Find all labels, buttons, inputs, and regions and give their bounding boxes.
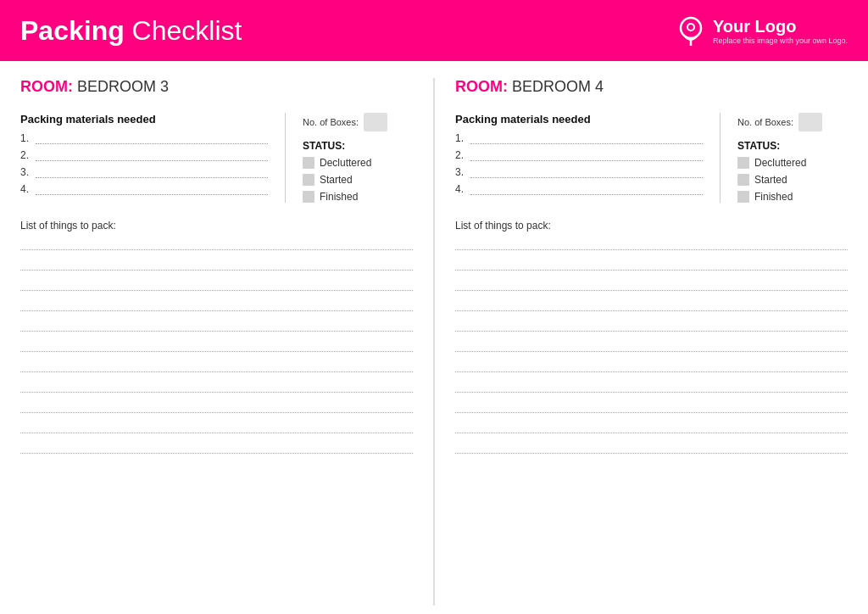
status-label-finished-left: Finished	[320, 191, 358, 203]
section-row-right: Packing materials needed 1. 2. 3. 4. No.…	[455, 113, 848, 203]
room-key-right: ROOM:	[455, 78, 508, 95]
list-item: 1.	[20, 132, 268, 144]
packing-materials-title-left: Packing materials needed	[20, 113, 268, 126]
pack-line	[455, 320, 848, 332]
panel-left: ROOM: BEDROOM 3 Packing materials needed…	[0, 78, 433, 606]
pack-line	[455, 381, 848, 393]
numbered-list-right: 1. 2. 3. 4.	[455, 132, 703, 195]
status-started-right: Started	[737, 174, 848, 186]
title-bold: Packing	[20, 15, 125, 46]
numbered-list-left: 1. 2. 3. 4.	[20, 132, 268, 195]
checkbox-decluttered-left[interactable]	[303, 157, 314, 169]
status-decluttered-left: Decluttered	[303, 157, 413, 169]
no-of-boxes-left: No. of Boxes:	[303, 113, 413, 131]
box-count-right	[798, 113, 822, 131]
status-label-decluttered-left: Decluttered	[320, 157, 371, 169]
room-label-left: ROOM: BEDROOM 3	[20, 78, 413, 96]
pack-line	[455, 299, 848, 311]
logo-icon	[676, 15, 706, 46]
svg-point-1	[687, 24, 694, 31]
status-title-left: STATUS:	[303, 140, 413, 152]
header: Packing Checklist Your Logo Replace this…	[0, 0, 868, 61]
main-content: ROOM: BEDROOM 3 Packing materials needed…	[0, 61, 868, 614]
status-section-left: STATUS: Decluttered Started Finished	[303, 140, 413, 203]
pack-list-section-right: List of things to pack:	[455, 220, 848, 454]
checkbox-finished-left[interactable]	[303, 191, 314, 203]
pack-line	[20, 238, 413, 250]
pack-list-section-left: List of things to pack:	[20, 220, 413, 454]
status-label-decluttered-right: Decluttered	[754, 157, 806, 169]
packing-materials-left: Packing materials needed 1. 2. 3. 4.	[20, 113, 268, 203]
status-finished-right: Finished	[737, 191, 848, 203]
logo-replace-text: Replace this image with your own Logo.	[713, 36, 848, 45]
pack-line	[455, 279, 848, 291]
list-item: 1.	[455, 132, 703, 144]
pack-list-label-left: List of things to pack:	[20, 220, 413, 232]
pack-line	[455, 238, 848, 250]
section-separator-left	[285, 113, 286, 203]
logo-text: Your Logo Replace this image with your o…	[713, 17, 848, 45]
status-section-right: STATUS: Decluttered Started Finished	[737, 140, 848, 203]
checkbox-started-left[interactable]	[303, 174, 314, 186]
pack-line	[20, 320, 413, 332]
status-started-left: Started	[303, 174, 413, 186]
pack-line	[455, 340, 848, 352]
page-title: Packing Checklist	[20, 15, 242, 47]
pack-line	[20, 421, 413, 433]
room-key-left: ROOM:	[20, 78, 73, 95]
section-row-left: Packing materials needed 1. 2. 3. 4. No.…	[20, 113, 413, 203]
room-value-left: BEDROOM 3	[77, 78, 169, 95]
status-label-started-left: Started	[320, 174, 353, 186]
svg-point-0	[681, 18, 701, 38]
status-decluttered-right: Decluttered	[737, 157, 848, 169]
packing-materials-title-right: Packing materials needed	[455, 113, 703, 126]
pack-line	[455, 401, 848, 413]
list-item: 2.	[20, 149, 268, 161]
list-item: 2.	[455, 149, 703, 161]
pack-list-label-right: List of things to pack:	[455, 220, 848, 232]
panel-right: ROOM: BEDROOM 4 Packing materials needed…	[435, 78, 868, 606]
list-item: 3.	[20, 166, 268, 178]
pack-line	[20, 401, 413, 413]
room-label-right: ROOM: BEDROOM 4	[455, 78, 848, 96]
checkbox-started-right[interactable]	[737, 174, 749, 186]
list-item: 4.	[455, 183, 703, 195]
pack-line	[20, 360, 413, 372]
pack-line	[20, 259, 413, 271]
pack-line	[455, 360, 848, 372]
status-label-finished-right: Finished	[754, 191, 793, 203]
room-value-right: BEDROOM 4	[512, 78, 604, 95]
pack-line	[455, 259, 848, 271]
section-separator-right	[720, 113, 721, 203]
packing-materials-right: Packing materials needed 1. 2. 3. 4.	[455, 113, 703, 203]
pack-line	[20, 340, 413, 352]
list-item: 3.	[455, 166, 703, 178]
right-section-right: No. of Boxes: STATUS: Decluttered Starte…	[737, 113, 848, 203]
status-title-right: STATUS:	[737, 140, 848, 152]
status-items-left: Decluttered Started Finished	[303, 157, 413, 203]
pack-line	[455, 421, 848, 433]
checkbox-decluttered-right[interactable]	[737, 157, 749, 169]
box-count-left	[364, 113, 387, 131]
pack-line	[20, 381, 413, 393]
pack-line	[20, 442, 413, 454]
no-of-boxes-right: No. of Boxes:	[737, 113, 848, 131]
no-of-boxes-label-left: No. of Boxes:	[303, 117, 359, 127]
pack-line	[455, 442, 848, 454]
no-of-boxes-label-right: No. of Boxes:	[737, 117, 793, 127]
pack-line	[20, 299, 413, 311]
pack-line	[20, 279, 413, 291]
right-section-left: No. of Boxes: STATUS: Decluttered Starte…	[303, 113, 413, 203]
logo-area: Your Logo Replace this image with your o…	[676, 15, 848, 46]
logo-your-logo: Your Logo	[713, 17, 848, 36]
status-items-right: Decluttered Started Finished	[737, 157, 848, 203]
title-light: Checklist	[125, 15, 242, 46]
checkbox-finished-right[interactable]	[737, 191, 749, 203]
status-finished-left: Finished	[303, 191, 413, 203]
status-label-started-right: Started	[754, 174, 787, 186]
list-item: 4.	[20, 183, 268, 195]
